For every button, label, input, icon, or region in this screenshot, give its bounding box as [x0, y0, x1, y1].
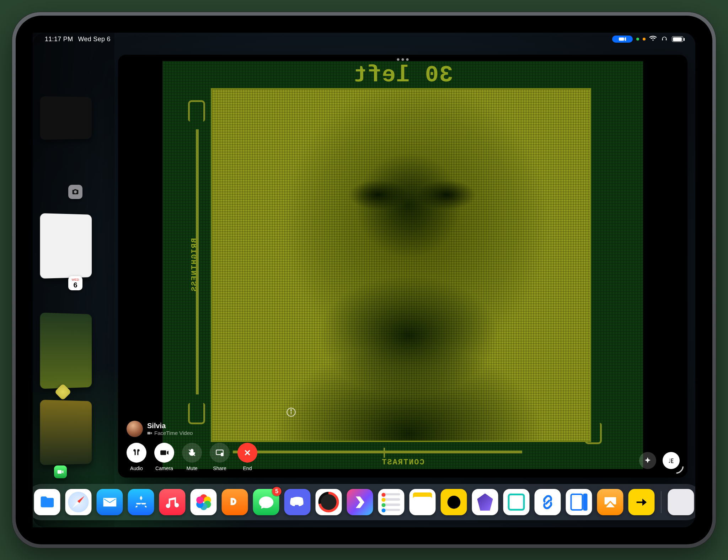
dock-app-screens[interactable]: [503, 489, 530, 515]
dock-app-macstories[interactable]: [222, 489, 248, 515]
svg-point-3: [291, 410, 291, 410]
dock-app-things[interactable]: [378, 489, 405, 515]
dock-app-mail[interactable]: [97, 489, 123, 515]
airpods-icon: [127, 443, 146, 463]
status-time: 11:17 PM: [45, 36, 73, 43]
contrast-handle: [384, 448, 385, 458]
dock-app-linky[interactable]: [535, 489, 561, 515]
svg-rect-5: [221, 453, 224, 456]
brightness-track: [196, 129, 199, 394]
screen-recording-pill[interactable]: [612, 36, 633, 43]
stage-thumb-4[interactable]: [40, 400, 92, 465]
status-bar: 11:17 PM Wed Sep 6: [33, 33, 695, 45]
stage-thumb-2[interactable]: [40, 213, 92, 279]
dock-app-obsidian[interactable]: [472, 489, 498, 515]
dock-app-stage[interactable]: [566, 489, 592, 515]
dock-app-messages[interactable]: 5: [253, 489, 279, 515]
dock-app-notes[interactable]: [410, 489, 436, 515]
messages-badge: 5: [272, 487, 282, 496]
stage-thumb-1[interactable]: [40, 96, 92, 140]
ipad-frame: WED 6 11:17 PM Wed Sep 6: [12, 12, 716, 548]
contrast-track: [233, 451, 522, 453]
dock-app-safari[interactable]: [65, 489, 92, 515]
stage-thumb-3[interactable]: [40, 313, 92, 389]
headphones-icon: [660, 36, 668, 43]
dock-app-photos[interactable]: [191, 489, 217, 515]
wifi-icon: [649, 36, 657, 43]
call-controls: Audio Camera Mute Share: [127, 443, 257, 471]
close-icon: [237, 443, 257, 463]
info-icon[interactable]: [286, 407, 296, 417]
end-call-button[interactable]: End: [237, 443, 257, 471]
dock-app-shortcuts[interactable]: [347, 489, 373, 515]
resize-handle[interactable]: [675, 465, 685, 475]
mute-button[interactable]: Mute: [182, 443, 202, 471]
facetime-right-controls: [639, 452, 680, 469]
caller-name: Silvia: [147, 422, 193, 430]
brightness-knob-top: [188, 100, 205, 122]
share-screen-icon: [210, 443, 230, 463]
dock-app-library[interactable]: [668, 489, 694, 515]
ipad-screen: WED 6 11:17 PM Wed Sep 6: [33, 33, 695, 527]
share-button[interactable]: Share: [210, 443, 230, 471]
battery-icon: [672, 36, 683, 42]
dock-separator: [661, 491, 662, 513]
calendar-app-icon[interactable]: WED 6: [68, 276, 82, 290]
video-portrait: [212, 90, 590, 441]
camera-app-icon[interactable]: [68, 185, 82, 199]
dock-app-appstore[interactable]: [128, 489, 154, 515]
calendar-day: 6: [73, 281, 77, 289]
mic-off-icon: [182, 443, 202, 463]
video-icon: [154, 443, 174, 463]
window-menu-button[interactable]: [397, 58, 409, 61]
filter-shots-left: 30 left: [353, 63, 453, 88]
camera-indicator-icon: [636, 38, 639, 41]
audio-button[interactable]: Audio: [127, 443, 146, 471]
mic-indicator-icon: [643, 38, 646, 41]
facetime-window: 30 left BRIGHTNESS CONTRAST: [118, 55, 687, 478]
call-type: FaceTime Video: [147, 430, 193, 436]
dock: 5: [33, 484, 695, 520]
video-icon: [147, 431, 152, 435]
dock-app-files[interactable]: [34, 489, 60, 515]
dock-app-apollo[interactable]: [628, 489, 655, 515]
stage-manager-rail: WED 6: [33, 33, 114, 527]
dock-app-discord[interactable]: [284, 489, 311, 515]
facetime-app-icon[interactable]: [54, 465, 67, 478]
camera-button[interactable]: Camera: [154, 443, 174, 471]
svg-point-13: [196, 496, 203, 504]
video-feed: 30 left BRIGHTNESS CONTRAST: [162, 61, 643, 469]
ipad-bezel: WED 6 11:17 PM Wed Sep 6: [16, 16, 712, 544]
effects-button[interactable]: [639, 452, 656, 469]
dock-app-timery[interactable]: [316, 489, 342, 515]
dock-app-music[interactable]: [159, 489, 186, 515]
filter-contrast-label: CONTRAST: [381, 458, 424, 467]
dock-app-airplay[interactable]: [597, 489, 623, 515]
caller-avatar: [127, 421, 143, 437]
caller-chip[interactable]: Silvia FaceTime Video: [127, 421, 193, 437]
status-date: Wed Sep 6: [78, 36, 110, 43]
svg-rect-0: [619, 37, 624, 41]
dock-app-clock[interactable]: [441, 489, 467, 515]
